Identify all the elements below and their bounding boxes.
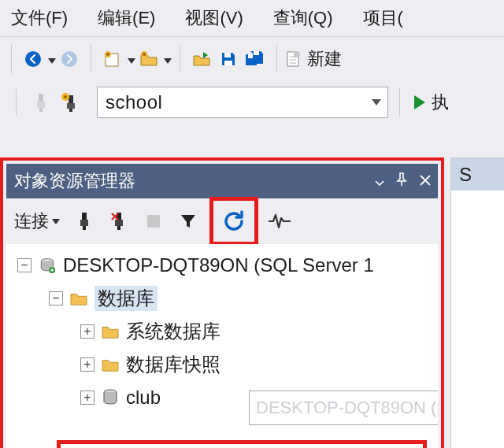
- svg-rect-13: [39, 108, 43, 112]
- connect-btn[interactable]: [28, 87, 54, 117]
- new-query-button[interactable]: [99, 44, 126, 74]
- nav-back-caret[interactable]: [48, 50, 56, 68]
- folder-icon: [101, 324, 120, 339]
- open-file-caret[interactable]: [164, 50, 172, 68]
- svg-rect-20: [83, 226, 86, 230]
- menu-edit[interactable]: 编辑(E): [98, 6, 155, 30]
- main-menubar: 文件(F) 编辑(E) 视图(V) 查询(Q) 项目(: [0, 0, 504, 36]
- svg-rect-6: [224, 61, 232, 65]
- tree-server-node[interactable]: − DESKTOP-DQT89ON (SQL Server 1: [6, 249, 438, 282]
- tree-server-label: DESKTOP-DQT89ON (SQL Server 1: [63, 254, 374, 276]
- menu-view[interactable]: 视图(V): [185, 6, 243, 30]
- close-icon[interactable]: [419, 171, 432, 191]
- object-explorer-tree[interactable]: − DESKTOP-DQT89ON (SQL Server 1 − 数据库 + …: [6, 244, 438, 448]
- svg-rect-5: [224, 53, 231, 57]
- panel-title: 对象资源管理器: [14, 169, 135, 193]
- right-panel-fragment: S: [450, 157, 504, 448]
- toolbar-separator: [276, 45, 277, 73]
- toolbar-separator: [91, 45, 91, 73]
- svg-rect-16: [69, 109, 72, 112]
- collapse-icon[interactable]: −: [17, 258, 32, 272]
- panel-options-caret[interactable]: [375, 171, 384, 191]
- tree-db-club-label: club: [126, 387, 161, 409]
- menu-query[interactable]: 查询(Q): [273, 6, 333, 30]
- oe-disconnect-icon[interactable]: [106, 208, 132, 235]
- folder-icon: [69, 291, 88, 306]
- expand-icon[interactable]: +: [80, 357, 94, 372]
- open-file-button[interactable]: [135, 44, 162, 74]
- svg-point-0: [25, 51, 41, 67]
- toolbar-separator: [399, 88, 400, 117]
- toolbar-separator: [180, 45, 180, 73]
- tree-snapshots-node[interactable]: + 数据库快照: [6, 348, 438, 381]
- change-connection-btn[interactable]: [57, 87, 84, 117]
- refresh-highlight-box: [209, 197, 258, 246]
- object-explorer-toolbar: 连接: [6, 198, 438, 244]
- database-selector[interactable]: school: [97, 87, 388, 118]
- oe-connect-button[interactable]: 连接: [11, 209, 63, 233]
- svg-point-1: [61, 51, 77, 67]
- svg-rect-23: [117, 226, 120, 230]
- svg-rect-24: [147, 215, 160, 228]
- menu-file[interactable]: 文件(F): [11, 6, 68, 30]
- toolbar-separator: [16, 88, 17, 117]
- oe-stop-button: [140, 208, 167, 235]
- oe-activity-monitor-button[interactable]: [266, 208, 293, 235]
- open-project-button[interactable]: [188, 44, 215, 74]
- svg-rect-22: [115, 220, 123, 226]
- pin-icon[interactable]: [395, 171, 408, 191]
- tree-databases-node[interactable]: − 数据库: [6, 282, 438, 315]
- svg-rect-19: [80, 220, 88, 226]
- right-panel-body: [451, 191, 504, 448]
- svg-rect-7: [248, 54, 253, 58]
- collapse-icon[interactable]: −: [49, 291, 63, 305]
- tree-sysdb-label: 系统数据库: [126, 319, 220, 344]
- svg-rect-18: [82, 213, 87, 220]
- right-panel-letter: S: [459, 164, 472, 186]
- refresh-button[interactable]: [220, 208, 247, 235]
- new-build-button[interactable]: 新建: [285, 47, 342, 71]
- expand-icon[interactable]: +: [80, 391, 94, 405]
- chevron-down-icon: [372, 99, 381, 106]
- highlight-box-bottom: [57, 440, 427, 448]
- execute-button[interactable]: [411, 87, 428, 117]
- svg-rect-12: [37, 102, 45, 108]
- tree-snapshots-label: 数据库快照: [126, 352, 220, 377]
- svg-rect-11: [39, 94, 43, 102]
- svg-rect-8: [254, 51, 259, 55]
- object-explorer-header: 对象资源管理器: [6, 164, 438, 198]
- server-icon: [38, 257, 57, 273]
- right-panel-header: S: [451, 157, 504, 191]
- standard-toolbar: 新建: [0, 36, 504, 80]
- svg-rect-15: [67, 103, 75, 109]
- save-all-button[interactable]: [242, 44, 269, 74]
- tree-databases-label: 数据库: [94, 286, 158, 311]
- folder-icon: [101, 357, 120, 372]
- sql-toolbar: school 执: [0, 80, 504, 124]
- toolbar-separator: [11, 45, 12, 73]
- oe-connect-icon[interactable]: [71, 208, 98, 235]
- menu-project[interactable]: 项目(: [363, 6, 403, 30]
- expand-icon[interactable]: +: [80, 324, 94, 339]
- oe-filter-button[interactable]: [175, 208, 202, 235]
- tree-db-club-node[interactable]: + club: [6, 381, 438, 414]
- tree-sysdb-node[interactable]: + 系统数据库: [6, 315, 438, 348]
- oe-connect-label: 连接: [14, 209, 49, 233]
- save-button[interactable]: [215, 44, 242, 74]
- chevron-down-icon: [52, 219, 60, 224]
- nav-back-button[interactable]: [20, 44, 46, 74]
- nav-forward-button[interactable]: [56, 44, 83, 74]
- new-query-caret[interactable]: [128, 50, 135, 68]
- database-icon: [101, 388, 120, 407]
- database-selector-value: school: [106, 91, 162, 113]
- new-build-label: 新建: [307, 47, 342, 71]
- object-explorer-region: 对象资源管理器 连接: [0, 157, 444, 448]
- execute-label: 执: [432, 91, 449, 114]
